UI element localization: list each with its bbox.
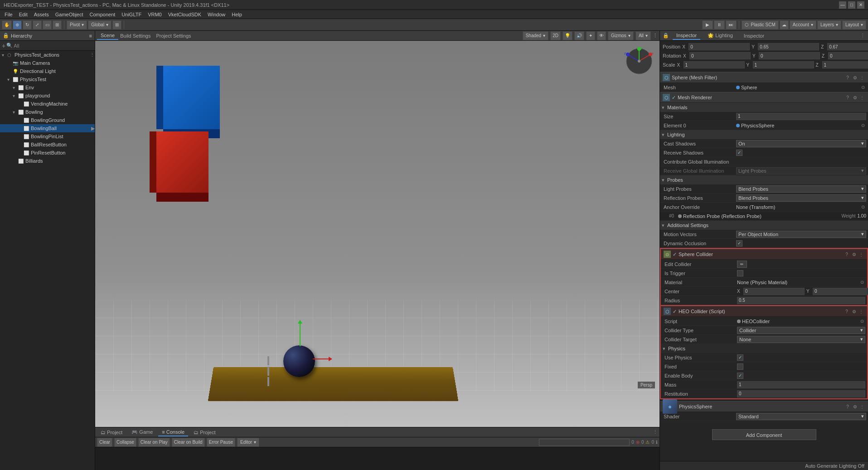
tab-game[interactable]: 🎮 Game (128, 428, 156, 436)
physics-sphere-settings[interactable]: ⚙ (852, 403, 858, 410)
clear-on-play-button[interactable]: Clear on Play (138, 438, 170, 447)
pause-button[interactable]: ⏸ (714, 20, 725, 29)
restitution-input[interactable] (737, 390, 865, 397)
tree-item-main-camera[interactable]: 📷 Main Camera (0, 59, 95, 67)
tab-project[interactable]: 🗂 Project (97, 429, 126, 436)
step-button[interactable]: ⏭ (726, 20, 737, 29)
scene-hidden-toggle[interactable]: 👁 (597, 31, 606, 40)
heo-collider-help[interactable]: ? (844, 308, 850, 315)
tool-rotate[interactable]: ↻ (23, 20, 32, 29)
hierarchy-menu-icon[interactable]: ≡ (89, 33, 92, 39)
heo-collider-more[interactable]: ⋮ (858, 308, 864, 315)
tree-item-directional-light[interactable]: 💡 Directional Light (0, 67, 95, 75)
scene-more-icon[interactable]: ⋮ (653, 33, 658, 39)
fixed-checkbox[interactable] (737, 363, 743, 370)
tree-item-bowling-ball[interactable]: ⬜ BowlingBall ▶ (0, 124, 95, 132)
sphere-collider-more[interactable]: ⋮ (858, 251, 864, 257)
materials-section-header[interactable]: ▾ Materials (660, 103, 868, 112)
tree-item-menu[interactable]: ⋮ (90, 52, 95, 58)
material-pick-button[interactable]: ⊙ (859, 279, 865, 286)
physics-section-header[interactable]: ▾ Physics (661, 344, 867, 353)
clear-button[interactable]: Clear (97, 438, 112, 447)
inspector-more-icon[interactable]: ⋮ (860, 33, 865, 39)
tool-scale[interactable]: ⤢ (33, 20, 42, 29)
collider-target-dropdown[interactable]: None ▾ (737, 336, 865, 343)
dynamic-occlusion-checkbox[interactable]: ✓ (736, 240, 742, 247)
maximize-button[interactable]: □ (848, 1, 855, 9)
tree-item-pin-reset-button[interactable]: ⬜ PinResetButton (0, 149, 95, 157)
additional-settings-header[interactable]: ▾ Additional Settings (660, 221, 868, 230)
tree-item-vending-machine[interactable]: ⬜ VendingMachine (0, 100, 95, 108)
shader-dropdown[interactable]: Standard ▾ (736, 413, 866, 420)
collapse-button[interactable]: Collapse (114, 438, 136, 447)
shaded-dropdown[interactable]: Shaded ▾ (523, 31, 548, 40)
menu-gameobject[interactable]: GameObject (53, 11, 86, 18)
menu-help[interactable]: Help (229, 11, 245, 18)
physics-sphere-more[interactable]: ⋮ (859, 403, 865, 410)
menu-vrm0[interactable]: VRM0 (145, 11, 165, 18)
tab-project2[interactable]: 🗂 Project (190, 429, 219, 436)
extra-tool[interactable]: ⊞ (112, 20, 121, 29)
position-x-input[interactable] (689, 43, 750, 50)
edit-collider-button[interactable]: ✏ (737, 261, 747, 268)
build-settings-btn[interactable]: Build Settings (120, 33, 150, 39)
tab-lighting[interactable]: 🌟 Lighting (704, 32, 737, 39)
pivot-dropdown[interactable]: Pivot ▾ (67, 20, 87, 29)
center-x-input[interactable] (743, 288, 805, 295)
sphere-collider-help[interactable]: ? (844, 251, 850, 257)
perspective-button[interactable]: Persp (638, 382, 655, 388)
tree-item-ball-reset-button[interactable]: ⬜ BallResetButton (0, 141, 95, 149)
rotation-z-input[interactable] (828, 52, 868, 59)
lighting-section-header[interactable]: ▾ Lighting (660, 130, 868, 139)
tool-hand[interactable]: ✋ (2, 20, 12, 29)
component-help-button[interactable]: ? (844, 74, 851, 81)
position-z-input[interactable] (827, 43, 868, 50)
scene-fx-toggle[interactable]: ✦ (586, 31, 595, 40)
component-more-button-2[interactable]: ⋮ (859, 94, 865, 101)
use-physics-checkbox[interactable]: ✓ (737, 354, 743, 361)
plastic-scm-dropdown[interactable]: ⬡ Plastic SCM (742, 20, 778, 29)
tree-item-bowling-pin-list[interactable]: ⬜ BowlingPinList (0, 132, 95, 141)
editor-dropdown[interactable]: Editor ▾ (237, 438, 259, 447)
layers-dropdown[interactable]: Layers ▾ (817, 20, 841, 29)
console-search-input[interactable] (539, 439, 630, 446)
global-dropdown[interactable]: Global ▾ (88, 20, 112, 29)
component-settings-button[interactable]: ⚙ (852, 74, 858, 81)
menu-assets[interactable]: Assets (31, 11, 52, 18)
hierarchy-add-icon[interactable]: + (2, 42, 5, 49)
size-input[interactable] (736, 113, 866, 120)
scale-z-input[interactable] (822, 61, 868, 68)
menu-file[interactable]: File (2, 11, 15, 18)
tree-item-menu[interactable]: ▶ (91, 126, 95, 131)
tab-inspector[interactable]: Inspector (673, 32, 700, 40)
tool-transform[interactable]: ⊞ (53, 20, 62, 29)
component-settings-button-2[interactable]: ⚙ (852, 94, 858, 101)
mass-input[interactable] (737, 381, 865, 388)
scene-light-toggle[interactable]: 💡 (563, 31, 572, 40)
collider-type-dropdown[interactable]: Collider ▾ (737, 327, 865, 334)
reflection-probes-dropdown[interactable]: Blend Probes ▾ (736, 194, 866, 202)
component-help-button-2[interactable]: ? (844, 94, 851, 101)
menu-unigltf[interactable]: UniGLTF (119, 11, 144, 18)
account-dropdown[interactable]: Account ▾ (790, 20, 816, 29)
scene-navigation-gizmo[interactable]: x y z (623, 45, 655, 77)
project-settings-btn[interactable]: Project Settings (156, 33, 191, 39)
script-pick-button[interactable]: ⊙ (859, 318, 865, 325)
tree-item-billiards[interactable]: ⬜ Billiards (0, 157, 95, 165)
menu-component[interactable]: Component (87, 11, 118, 18)
center-y-input[interactable] (813, 288, 868, 295)
scene-viewport[interactable]: x y z Persp (95, 41, 659, 427)
physics-sphere-help[interactable]: ? (844, 403, 851, 410)
light-probes-dropdown[interactable]: Blend Probes ▾ (736, 185, 866, 193)
enable-body-checkbox[interactable]: ✓ (737, 373, 743, 379)
radius-input[interactable] (737, 297, 865, 304)
menu-window[interactable]: Window (205, 11, 228, 18)
probes-section-header[interactable]: ▾ Probes (660, 175, 868, 184)
tree-item-env[interactable]: ▾ ⬜ Env (0, 83, 95, 92)
anchor-override-pick-button[interactable]: ⊙ (860, 204, 866, 210)
gizmos-dropdown[interactable]: Gizmos ▾ (608, 31, 634, 40)
mesh-pick-button[interactable]: ⊙ (860, 84, 866, 91)
receive-gi-dropdown[interactable]: Light Probes ▾ (736, 167, 866, 174)
tool-rect[interactable]: ▭ (43, 20, 52, 29)
minimize-button[interactable]: — (839, 1, 846, 9)
